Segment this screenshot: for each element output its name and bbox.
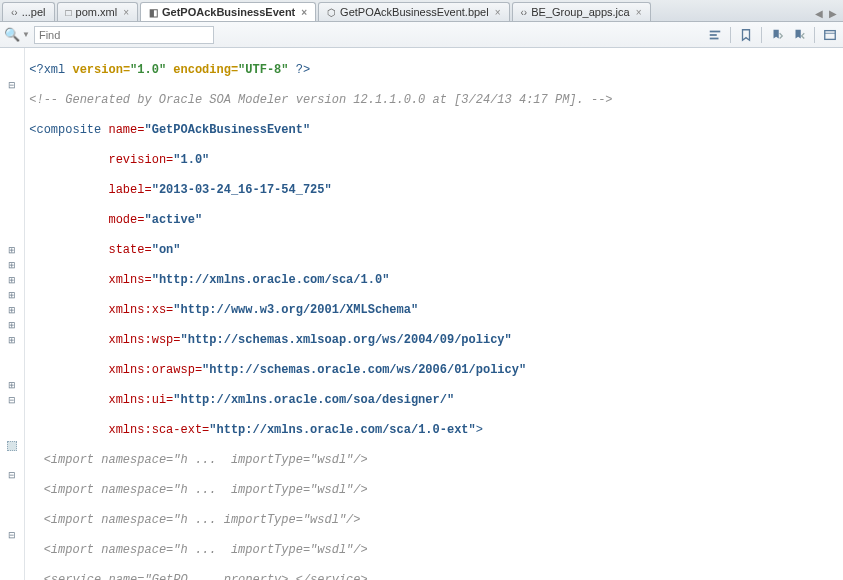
fold-expand[interactable]: ⊞	[0, 333, 24, 348]
bookmark-button[interactable]	[737, 26, 755, 44]
next-bookmark-button[interactable]	[790, 26, 808, 44]
close-icon[interactable]: ×	[636, 7, 642, 18]
xml-icon: ‹›	[521, 7, 528, 18]
fold-expand[interactable]: ⊞	[0, 243, 24, 258]
fold-expand[interactable]: ⊞	[0, 318, 24, 333]
svg-rect-1	[710, 34, 717, 36]
fold-expand[interactable]: ⊞	[0, 273, 24, 288]
composite-icon: ◧	[149, 7, 158, 18]
svg-rect-3	[825, 30, 836, 39]
fold-collapse[interactable]: ⊟	[0, 78, 24, 93]
fold-expand[interactable]: ⊞	[0, 378, 24, 393]
code-editor[interactable]: ⊟ ⊞ ⊞ ⊞ ⊞ ⊞ ⊞ ⊞ ⊞ ⊟ ⊟ ⊟ <?xml version="1…	[0, 48, 843, 580]
tab-pel[interactable]: ‹›...pel	[2, 2, 55, 21]
tab-jca[interactable]: ‹›BE_Group_apps.jca×	[512, 2, 651, 21]
xml-icon: ‹›	[11, 7, 18, 18]
toggle-breadcrumbs-button[interactable]	[706, 26, 724, 44]
fold-expand[interactable]: ⊞	[0, 303, 24, 318]
tab-nav: ◀ ▶	[813, 6, 843, 21]
search-options-dropdown[interactable]: ▼	[22, 30, 30, 39]
code-content[interactable]: <?xml version="1.0" encoding="UTF-8" ?> …	[25, 48, 843, 580]
view-button[interactable]	[821, 26, 839, 44]
close-icon[interactable]: ×	[123, 7, 129, 18]
svg-rect-2	[710, 37, 719, 39]
find-toolbar: 🔍 ▼	[0, 22, 843, 48]
tab-getpoack[interactable]: ◧GetPOAckBusinessEvent×	[140, 2, 316, 21]
close-icon[interactable]: ×	[301, 7, 307, 18]
tab-next-icon[interactable]: ▶	[827, 6, 839, 21]
fold-gutter: ⊟ ⊞ ⊞ ⊞ ⊞ ⊞ ⊞ ⊞ ⊞ ⊟ ⊟ ⊟	[0, 48, 25, 580]
close-icon[interactable]: ×	[495, 7, 501, 18]
file-icon: □	[66, 7, 72, 18]
fold-collapse[interactable]: ⊟	[0, 393, 24, 408]
editor-tabs: ‹›...pel □pom.xml× ◧GetPOAckBusinessEven…	[0, 0, 843, 22]
bpel-icon: ⬡	[327, 7, 336, 18]
fold-collapse[interactable]: ⊟	[0, 528, 24, 543]
fold-expand[interactable]: ⊞	[0, 258, 24, 273]
gutter-blank	[0, 48, 24, 63]
tab-bpel[interactable]: ⬡GetPOAckBusinessEvent.bpel×	[318, 2, 509, 21]
fold-collapse[interactable]: ⊟	[0, 468, 24, 483]
fold-expand[interactable]: ⊞	[0, 288, 24, 303]
prev-bookmark-button[interactable]	[768, 26, 786, 44]
gutter-blank	[0, 63, 24, 78]
search-icon[interactable]: 🔍	[4, 27, 20, 42]
tab-pom[interactable]: □pom.xml×	[57, 2, 138, 21]
tab-prev-icon[interactable]: ◀	[813, 6, 825, 21]
find-input[interactable]	[34, 26, 214, 44]
svg-rect-0	[710, 30, 721, 32]
